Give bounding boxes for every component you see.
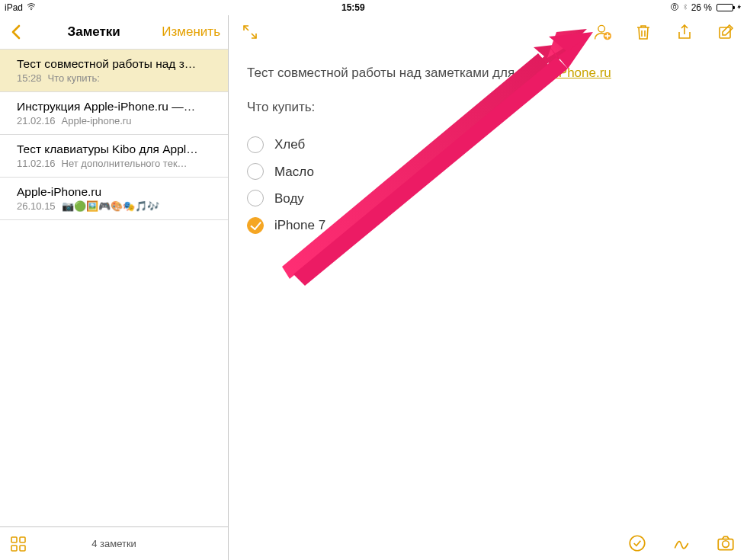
- note-headline: Тест совместной работы над заметками для…: [247, 62, 729, 83]
- checklist-label: Хлеб: [274, 134, 305, 155]
- note-date: 26.10.15: [17, 200, 56, 212]
- notes-sidebar: Заметки Изменить Тест совместной работы …: [0, 15, 229, 560]
- note-title: Apple-iPhone.ru: [17, 185, 217, 199]
- note-content-pane: Тест совместной работы над заметками для…: [229, 15, 747, 560]
- camera-button[interactable]: [715, 533, 736, 554]
- share-button[interactable]: [674, 21, 695, 43]
- note-preview: 📷🟢🖼️🎮🎨🎭🎵🎶: [62, 200, 159, 212]
- sidebar-navbar: Заметки Изменить: [0, 15, 228, 49]
- checklist-item[interactable]: iPhone 7: [247, 212, 729, 238]
- svg-rect-2: [11, 537, 17, 542]
- note-title: Инструкция Apple-iPhone.ru —…: [17, 100, 217, 114]
- list-item[interactable]: Инструкция Apple-iPhone.ru —… 21.02.16Ap…: [0, 92, 228, 135]
- svg-rect-4: [11, 546, 17, 551]
- list-item[interactable]: Тест совместной работы над з… 15:28Что к…: [0, 49, 228, 92]
- charging-icon: [736, 2, 742, 14]
- checklist-label: Воду: [274, 188, 304, 209]
- clock: 15:59: [37, 2, 670, 13]
- wifi-icon: [26, 2, 37, 14]
- note-date: 11.02.16: [17, 158, 56, 169]
- note-title: Тест клавиатуры Kibo для Appl…: [17, 142, 217, 156]
- checkbox-icon[interactable]: [247, 190, 264, 206]
- checklist-label: iPhone 7: [274, 215, 325, 235]
- checklist-label: Масло: [274, 162, 314, 182]
- svg-point-9: [630, 536, 645, 551]
- checkbox-icon[interactable]: [247, 136, 264, 153]
- battery-percent: 26 %: [691, 2, 712, 13]
- list-item[interactable]: Apple-iPhone.ru 26.10.15📷🟢🖼️🎮🎨🎭🎵🎶: [0, 178, 228, 220]
- svg-point-1: [671, 3, 678, 10]
- note-date: 21.02.16: [17, 115, 56, 126]
- checklist-button[interactable]: [627, 533, 648, 554]
- checklist-item[interactable]: Масло: [247, 158, 729, 185]
- sketch-button[interactable]: [671, 533, 692, 554]
- note-preview: Что купить:: [48, 72, 100, 84]
- note-body[interactable]: Тест совместной работы над заметками для…: [229, 49, 747, 526]
- device-label: iPad: [5, 2, 23, 13]
- orientation-lock-icon: [670, 2, 679, 14]
- checklist-item[interactable]: Воду: [247, 185, 729, 212]
- status-bar: iPad 15:59 26 %: [0, 0, 747, 15]
- checklist: Хлеб Масло Воду iPhone 7: [247, 131, 729, 238]
- gallery-view-button[interactable]: [8, 533, 29, 555]
- list-item[interactable]: Тест клавиатуры Kibo для Appl… 11.02.16Н…: [0, 135, 228, 178]
- svg-point-0: [30, 8, 31, 9]
- svg-rect-3: [20, 537, 25, 542]
- notes-count: 4 заметки: [29, 538, 199, 549]
- content-toolbar: [229, 15, 747, 49]
- svg-point-11: [723, 541, 729, 548]
- content-footer: [229, 526, 747, 560]
- delete-button[interactable]: [633, 21, 654, 43]
- note-date: 15:28: [17, 72, 42, 84]
- note-preview: Нет дополнительного тек…: [62, 158, 188, 169]
- note-preview: Apple-iphone.ru: [62, 115, 132, 126]
- bluetooth-icon: [682, 2, 688, 14]
- battery-icon: [717, 4, 733, 11]
- expand-button[interactable]: [239, 21, 261, 43]
- collaborate-button[interactable]: [592, 21, 613, 43]
- note-subhead: Что купить:: [247, 97, 729, 117]
- checkbox-icon[interactable]: [247, 217, 264, 234]
- headline-link[interactable]: Apple-iPhone.ru: [518, 66, 611, 80]
- note-title: Тест совместной работы над з…: [17, 57, 217, 71]
- edit-button[interactable]: Изменить: [162, 24, 220, 40]
- sidebar-title: Заметки: [26, 24, 162, 40]
- compose-button[interactable]: [715, 21, 736, 43]
- svg-rect-5: [20, 546, 25, 551]
- headline-text: Тест совместной работы над заметками для: [247, 66, 518, 80]
- notes-list: Тест совместной работы над з… 15:28Что к…: [0, 49, 228, 526]
- svg-point-6: [598, 25, 605, 32]
- checkbox-icon[interactable]: [247, 163, 264, 180]
- checklist-item[interactable]: Хлеб: [247, 131, 729, 158]
- back-button[interactable]: [8, 21, 26, 43]
- sidebar-footer: 4 заметки: [0, 526, 228, 560]
